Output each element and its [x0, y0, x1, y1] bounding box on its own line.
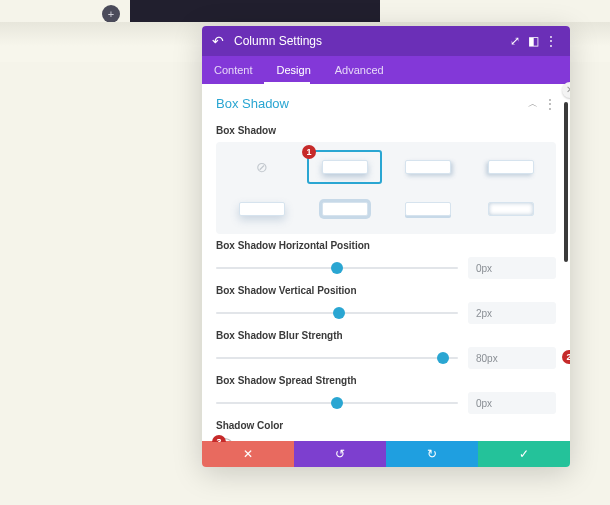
expand-button[interactable]: ⤢	[506, 34, 524, 48]
save-button[interactable]: ✓	[478, 441, 570, 467]
footer-actions: ✕ ↺ ↻ ✓	[202, 441, 570, 467]
annotation-2: 2	[562, 350, 570, 364]
redo-button[interactable]: ↻	[386, 441, 478, 467]
presets-label: Box Shadow	[216, 125, 556, 136]
spread-slider[interactable]	[216, 394, 458, 412]
v-slider[interactable]	[216, 304, 458, 322]
blur-slider[interactable]	[216, 349, 458, 367]
section-title[interactable]: Box Shadow	[216, 96, 289, 111]
collapse-icon[interactable]: ︿	[528, 97, 538, 111]
h-label: Box Shadow Horizontal Position	[216, 240, 556, 251]
ban-icon: ⊘	[256, 159, 268, 175]
panel-body: Box Shadow ︿ ⋮ Box Shadow ⊘ 1 Box Shadow…	[202, 84, 570, 442]
v-label: Box Shadow Vertical Position	[216, 285, 556, 296]
h-value[interactable]: 0px	[468, 257, 556, 279]
dock-button[interactable]: ◧	[524, 34, 542, 48]
tabs: Content Design Advanced	[202, 56, 570, 84]
annotation-1: 1	[302, 145, 316, 159]
panel-title: Column Settings	[234, 34, 322, 48]
blur-value[interactable]: 80px	[468, 347, 556, 369]
titlebar[interactable]: ↶ Column Settings ⤢ ◧ ⋮	[202, 26, 570, 56]
scrollbar-thumb[interactable]	[564, 102, 568, 262]
preset-2[interactable]	[390, 150, 465, 184]
shadow-presets: ⊘ 1	[216, 142, 556, 234]
preset-none[interactable]: ⊘	[224, 150, 299, 184]
tab-design[interactable]: Design	[265, 56, 323, 84]
page-dark-strip	[130, 0, 380, 22]
preset-7[interactable]	[473, 192, 548, 226]
section-menu-icon[interactable]: ⋮	[544, 97, 556, 111]
add-module-button[interactable]: +	[102, 5, 120, 23]
preset-6[interactable]	[390, 192, 465, 226]
blur-label: Box Shadow Blur Strength	[216, 330, 556, 341]
preset-1[interactable]: 1	[307, 150, 382, 184]
back-icon[interactable]: ↶	[212, 33, 224, 49]
tab-advanced[interactable]: Advanced	[323, 56, 396, 84]
menu-button[interactable]: ⋮	[542, 34, 560, 48]
cancel-button[interactable]: ✕	[202, 441, 294, 467]
preset-5[interactable]	[307, 192, 382, 226]
undo-button[interactable]: ↺	[294, 441, 386, 467]
tab-content[interactable]: Content	[202, 56, 265, 84]
settings-panel: ↶ Column Settings ⤢ ◧ ⋮ Content Design A…	[202, 26, 570, 467]
annotation-3: 3	[212, 435, 226, 442]
v-value[interactable]: 2px	[468, 302, 556, 324]
h-slider[interactable]	[216, 259, 458, 277]
preset-3[interactable]	[473, 150, 548, 184]
color-label: Shadow Color	[216, 420, 556, 431]
preset-4[interactable]	[224, 192, 299, 226]
spread-label: Box Shadow Spread Strength	[216, 375, 556, 386]
spread-value[interactable]: 0px	[468, 392, 556, 414]
